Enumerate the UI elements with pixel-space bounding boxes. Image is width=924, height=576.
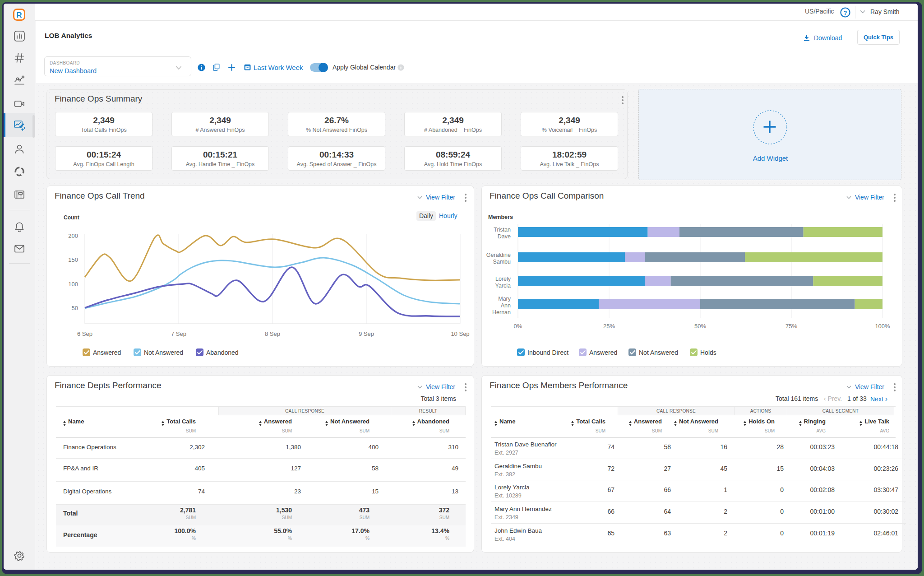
svg-text:R: R: [16, 11, 22, 19]
svg-text:?: ?: [844, 9, 847, 16]
